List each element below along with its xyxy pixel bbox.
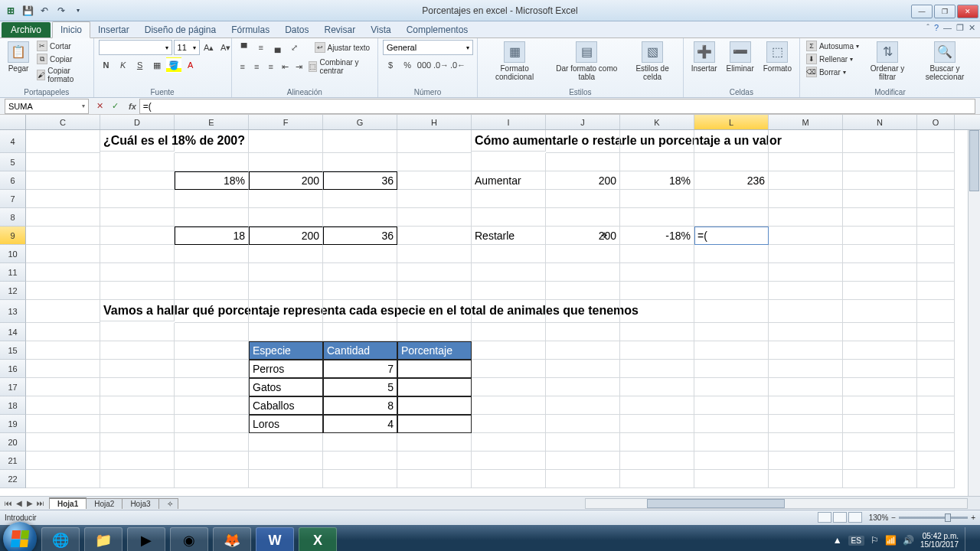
- row-header-8[interactable]: 8: [0, 208, 26, 227]
- cell-K12[interactable]: [620, 282, 694, 300]
- cell-G7[interactable]: [323, 190, 397, 208]
- cell-I16[interactable]: [472, 360, 546, 378]
- cell-D21[interactable]: [100, 452, 175, 470]
- cell-L18[interactable]: [694, 396, 769, 415]
- increase-decimal-button[interactable]: .0→: [433, 57, 449, 73]
- grow-font-button[interactable]: A▴: [201, 40, 217, 55]
- tab-data[interactable]: Datos: [277, 22, 316, 37]
- sheet-tab-2[interactable]: Hoja2: [86, 498, 122, 509]
- percent-button[interactable]: %: [400, 57, 415, 73]
- taskbar-excel-icon[interactable]: X: [299, 527, 337, 551]
- row-header-22[interactable]: 22: [0, 470, 26, 488]
- tray-volume-icon[interactable]: 🔊: [903, 535, 914, 546]
- col-header-F[interactable]: F: [249, 115, 323, 129]
- tab-addins[interactable]: Complementos: [399, 22, 476, 37]
- taskbar-explorer-icon[interactable]: 📁: [84, 527, 122, 551]
- cell-O9[interactable]: [917, 227, 955, 245]
- border-button[interactable]: ▦: [149, 57, 165, 73]
- cell-F8[interactable]: [249, 208, 323, 227]
- cell-C5[interactable]: [26, 153, 100, 171]
- cell-H4[interactable]: [397, 130, 472, 153]
- tab-review[interactable]: Revisar: [317, 22, 364, 37]
- cell-O20[interactable]: [917, 433, 955, 452]
- cell-E8[interactable]: [175, 208, 249, 227]
- cell-C7[interactable]: [26, 190, 100, 208]
- cell-N18[interactable]: [843, 396, 917, 415]
- cell-J4[interactable]: [546, 130, 620, 153]
- cell-N20[interactable]: [843, 433, 917, 452]
- row-header-9[interactable]: 9: [0, 227, 26, 245]
- col-header-L[interactable]: L: [694, 115, 769, 129]
- cell-D5[interactable]: [100, 153, 175, 171]
- format-painter-button[interactable]: 🖌Copiar formato: [35, 66, 89, 84]
- cell-N9[interactable]: [843, 227, 917, 245]
- cell-E7[interactable]: [175, 190, 249, 208]
- cell-I5[interactable]: [472, 153, 546, 171]
- cell-H6[interactable]: [397, 171, 472, 190]
- cell-O10[interactable]: [917, 245, 955, 263]
- tab-insert[interactable]: Insertar: [90, 22, 137, 37]
- cell-N17[interactable]: [843, 378, 917, 396]
- cell-H7[interactable]: [397, 190, 472, 208]
- cell-G17[interactable]: 5: [323, 378, 397, 396]
- cell-M12[interactable]: [769, 282, 843, 300]
- cell-D20[interactable]: [100, 433, 175, 452]
- cell-G22[interactable]: [323, 470, 397, 488]
- cell-I18[interactable]: [472, 396, 546, 415]
- cell-M19[interactable]: [769, 415, 843, 433]
- select-all-corner[interactable]: [0, 115, 26, 129]
- sheet-last-button[interactable]: ⏭: [35, 499, 46, 507]
- cell-J21[interactable]: [546, 452, 620, 470]
- hscroll-thumb[interactable]: [647, 499, 785, 508]
- cell-H15[interactable]: Porcentaje: [397, 341, 472, 360]
- currency-button[interactable]: $: [383, 57, 398, 73]
- col-header-I[interactable]: I: [472, 115, 546, 129]
- cell-C19[interactable]: [26, 415, 100, 433]
- zoom-slider[interactable]: [899, 517, 968, 519]
- cell-H22[interactable]: [397, 470, 472, 488]
- row-header-17[interactable]: 17: [0, 378, 26, 396]
- zoom-control[interactable]: 130% − +: [869, 514, 975, 522]
- cell-O18[interactable]: [917, 396, 955, 415]
- cell-L12[interactable]: [694, 282, 769, 300]
- horizontal-scrollbar[interactable]: [585, 498, 968, 509]
- cell-O7[interactable]: [917, 190, 955, 208]
- cell-L21[interactable]: [694, 452, 769, 470]
- cell-D10[interactable]: [100, 245, 175, 263]
- vscroll-thumb[interactable]: [969, 130, 979, 191]
- help-icon[interactable]: ?: [934, 23, 939, 33]
- cell-K17[interactable]: [620, 378, 694, 396]
- cell-O22[interactable]: [917, 470, 955, 488]
- cell-C15[interactable]: [26, 341, 100, 360]
- cell-L17[interactable]: [694, 378, 769, 396]
- cell-H8[interactable]: [397, 208, 472, 227]
- cell-N22[interactable]: [843, 470, 917, 488]
- cell-I10[interactable]: [472, 245, 546, 263]
- cell-M16[interactable]: [769, 360, 843, 378]
- cell-F22[interactable]: [249, 470, 323, 488]
- paste-button[interactable]: 📋Pegar: [5, 40, 32, 74]
- cell-L11[interactable]: [694, 263, 769, 282]
- cell-O5[interactable]: [917, 153, 955, 171]
- cell-J19[interactable]: [546, 415, 620, 433]
- zoom-in-button[interactable]: +: [971, 514, 975, 522]
- cell-E4[interactable]: [175, 130, 249, 153]
- cell-J7[interactable]: [546, 190, 620, 208]
- cell-K19[interactable]: [620, 415, 694, 433]
- cell-J10[interactable]: [546, 245, 620, 263]
- cell-G16[interactable]: 7: [323, 360, 397, 378]
- cell-H13[interactable]: [397, 300, 472, 323]
- cell-K21[interactable]: [620, 452, 694, 470]
- cell-H18[interactable]: [397, 396, 472, 415]
- align-center-button[interactable]: ≡: [250, 59, 263, 74]
- cell-C4[interactable]: [26, 130, 100, 153]
- row-header-14[interactable]: 14: [0, 323, 26, 341]
- cell-O11[interactable]: [917, 263, 955, 282]
- cell-C13[interactable]: [26, 300, 100, 323]
- sheet-tab-3[interactable]: Hoja3: [122, 498, 158, 509]
- cell-F19[interactable]: Loros: [249, 415, 323, 433]
- tab-view[interactable]: Vista: [363, 22, 398, 37]
- cell-F7[interactable]: [249, 190, 323, 208]
- cell-J8[interactable]: [546, 208, 620, 227]
- cell-D18[interactable]: [100, 396, 175, 415]
